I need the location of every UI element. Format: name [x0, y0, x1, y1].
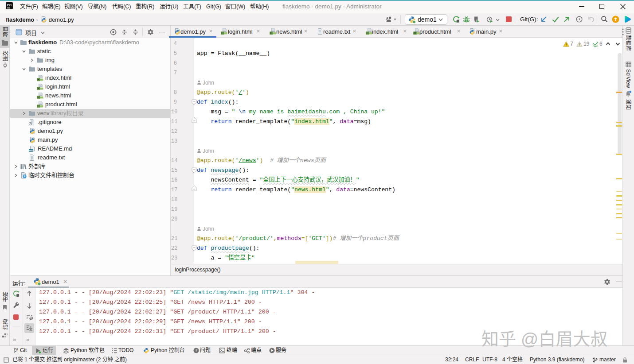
- svg-text:MD: MD: [29, 149, 33, 152]
